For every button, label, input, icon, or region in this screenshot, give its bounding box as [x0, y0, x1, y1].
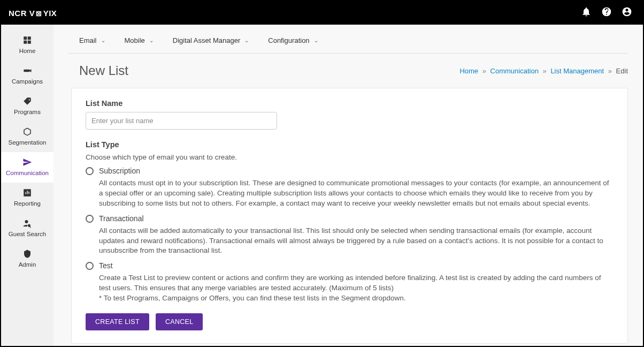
breadcrumb-sep: » — [608, 67, 612, 75]
send-icon — [22, 157, 32, 167]
chevron-down-icon: ⌄ — [314, 37, 318, 43]
sidebar-item-communication[interactable]: Communication — [0, 152, 53, 183]
radio-icon[interactable] — [86, 167, 94, 175]
tag-icon — [22, 96, 32, 106]
breadcrumb-communication[interactable]: Communication — [490, 67, 539, 75]
radio-desc-transactional: All contacts will be added automatically… — [99, 226, 614, 257]
radio-desc-test: Create a Test List to preview content or… — [99, 273, 614, 304]
topbar: NCR V⦻YIX — [1, 1, 643, 25]
brand-logo: NCR V⦻YIX — [9, 9, 57, 18]
subnav-item-email[interactable]: Email ⌄ — [79, 36, 105, 44]
chevron-down-icon: ⌄ — [149, 37, 154, 43]
shield-icon — [22, 249, 32, 259]
chart-icon — [22, 188, 32, 198]
list-type-label: List Type — [86, 140, 614, 149]
cube-icon — [22, 127, 32, 137]
button-row: CREATE LIST CANCEL — [86, 313, 614, 330]
topbar-icons — [581, 6, 632, 19]
sidebar-item-programs[interactable]: Programs — [1, 91, 53, 122]
sidebar-item-label: Admin — [19, 261, 36, 268]
breadcrumb-home[interactable]: Home — [459, 67, 478, 75]
radio-desc-subscription: All contacts must opt in to your subscri… — [99, 178, 614, 209]
sidebar-item-admin[interactable]: Admin — [1, 244, 53, 274]
radio-label: Subscription — [99, 167, 140, 175]
content-area: Email ⌄ Mobile ⌄ Digital Asset Manager ⌄… — [53, 25, 643, 346]
list-name-input[interactable] — [86, 112, 277, 130]
radio-option-transactional[interactable]: Transactional — [86, 214, 614, 223]
breadcrumb-sep: » — [482, 67, 486, 75]
subnav-label: Digital Asset Manager — [173, 36, 240, 44]
radio-option-test[interactable]: Test — [86, 261, 614, 270]
subnav-item-configuration[interactable]: Configuration ⌄ — [268, 36, 318, 44]
subnav-label: Configuration — [268, 36, 309, 44]
sidebar-item-label: Reporting — [14, 200, 41, 207]
subnav: Email ⌄ Mobile ⌄ Digital Asset Manager ⌄… — [68, 25, 628, 54]
subnav-item-dam[interactable]: Digital Asset Manager ⌄ — [173, 36, 249, 44]
help-icon[interactable] — [601, 6, 612, 19]
page-title: New List — [79, 63, 128, 78]
megaphone-icon — [22, 66, 32, 76]
person-search-icon — [22, 218, 32, 228]
cancel-button[interactable]: CANCEL — [156, 313, 203, 330]
breadcrumb-list-management[interactable]: List Management — [550, 67, 604, 75]
radio-option-subscription[interactable]: Subscription — [86, 167, 614, 175]
notifications-icon[interactable] — [581, 6, 592, 19]
sidebar-item-segmentation[interactable]: Segmentation — [1, 122, 53, 152]
create-list-button[interactable]: CREATE LIST — [86, 313, 149, 330]
account-icon[interactable] — [622, 6, 632, 19]
sidebar-item-label: Programs — [14, 109, 41, 115]
subnav-label: Mobile — [125, 36, 145, 44]
sidebar-item-label: Home — [19, 48, 36, 54]
sidebar-item-label: Segmentation — [9, 139, 47, 146]
sidebar-item-guest-search[interactable]: Guest Search — [1, 213, 53, 244]
breadcrumb-current: Edit — [616, 67, 628, 75]
breadcrumb: Home » Communication » List Management »… — [459, 67, 628, 75]
form-card: List Name List Type Choose which type of… — [71, 88, 628, 344]
radio-label: Transactional — [99, 214, 144, 223]
radio-icon[interactable] — [86, 262, 94, 270]
sidebar-item-label: Campaigns — [12, 78, 43, 85]
sidebar-item-label: Communication — [6, 170, 49, 176]
radio-label: Test — [99, 261, 113, 270]
header-row: New List Home » Communication » List Man… — [68, 54, 628, 88]
chevron-down-icon: ⌄ — [244, 37, 249, 43]
radio-icon[interactable] — [86, 215, 94, 223]
sidebar-item-campaigns[interactable]: Campaigns — [1, 61, 53, 91]
sidebar-item-label: Guest Search — [9, 231, 46, 237]
subnav-label: Email — [79, 36, 97, 44]
sidebar: Home Campaigns Programs Segmentation Com… — [1, 25, 53, 346]
chevron-down-icon: ⌄ — [101, 37, 105, 43]
grid-icon — [22, 35, 32, 45]
list-name-label: List Name — [86, 99, 614, 108]
list-type-desc: Choose which type of email you want to c… — [86, 153, 614, 161]
subnav-item-mobile[interactable]: Mobile ⌄ — [125, 36, 154, 44]
sidebar-item-home[interactable]: Home — [1, 30, 53, 61]
breadcrumb-sep: » — [543, 67, 547, 75]
sidebar-item-reporting[interactable]: Reporting — [1, 183, 53, 213]
